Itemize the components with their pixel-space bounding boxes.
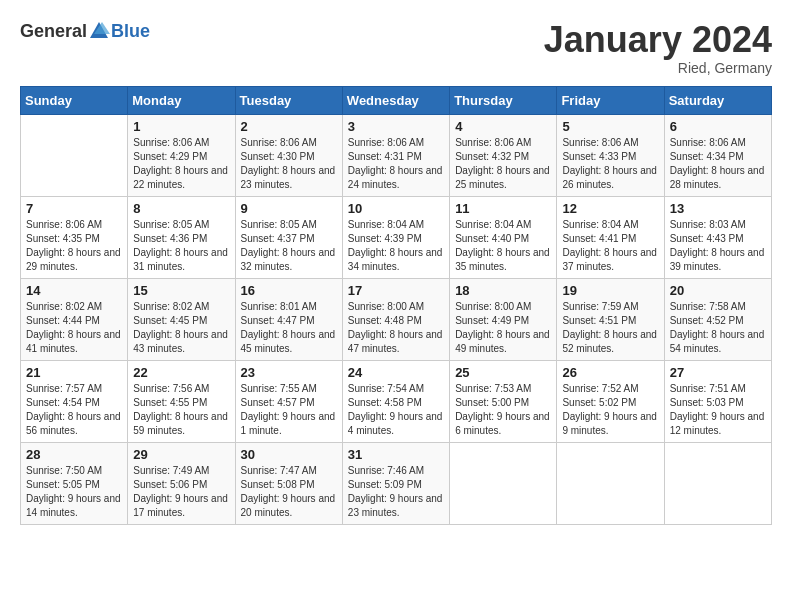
calendar-table: SundayMondayTuesdayWednesdayThursdayFrid…	[20, 86, 772, 525]
logo-blue: Blue	[111, 21, 150, 42]
calendar-cell: 1Sunrise: 8:06 AMSunset: 4:29 PMDaylight…	[128, 114, 235, 196]
day-of-week-header: Sunday	[21, 86, 128, 114]
day-info: Sunrise: 8:03 AMSunset: 4:43 PMDaylight:…	[670, 218, 766, 274]
day-of-week-header: Friday	[557, 86, 664, 114]
day-info: Sunrise: 7:56 AMSunset: 4:55 PMDaylight:…	[133, 382, 229, 438]
calendar-cell: 15Sunrise: 8:02 AMSunset: 4:45 PMDayligh…	[128, 278, 235, 360]
day-number: 22	[133, 365, 229, 380]
day-number: 28	[26, 447, 122, 462]
day-number: 26	[562, 365, 658, 380]
day-number: 2	[241, 119, 337, 134]
day-info: Sunrise: 8:01 AMSunset: 4:47 PMDaylight:…	[241, 300, 337, 356]
day-info: Sunrise: 8:06 AMSunset: 4:34 PMDaylight:…	[670, 136, 766, 192]
day-number: 7	[26, 201, 122, 216]
day-info: Sunrise: 8:04 AMSunset: 4:39 PMDaylight:…	[348, 218, 444, 274]
logo-icon	[88, 20, 110, 42]
day-number: 14	[26, 283, 122, 298]
calendar-header: SundayMondayTuesdayWednesdayThursdayFrid…	[21, 86, 772, 114]
day-info: Sunrise: 7:50 AMSunset: 5:05 PMDaylight:…	[26, 464, 122, 520]
day-info: Sunrise: 7:58 AMSunset: 4:52 PMDaylight:…	[670, 300, 766, 356]
calendar-cell: 13Sunrise: 8:03 AMSunset: 4:43 PMDayligh…	[664, 196, 771, 278]
day-info: Sunrise: 7:46 AMSunset: 5:09 PMDaylight:…	[348, 464, 444, 520]
day-info: Sunrise: 7:52 AMSunset: 5:02 PMDaylight:…	[562, 382, 658, 438]
calendar-cell: 17Sunrise: 8:00 AMSunset: 4:48 PMDayligh…	[342, 278, 449, 360]
day-number: 11	[455, 201, 551, 216]
day-info: Sunrise: 8:05 AMSunset: 4:37 PMDaylight:…	[241, 218, 337, 274]
day-of-week-header: Monday	[128, 86, 235, 114]
day-info: Sunrise: 8:05 AMSunset: 4:36 PMDaylight:…	[133, 218, 229, 274]
logo: General Blue	[20, 20, 150, 42]
day-number: 27	[670, 365, 766, 380]
day-number: 18	[455, 283, 551, 298]
day-of-week-header: Tuesday	[235, 86, 342, 114]
calendar-cell: 6Sunrise: 8:06 AMSunset: 4:34 PMDaylight…	[664, 114, 771, 196]
day-of-week-header: Thursday	[450, 86, 557, 114]
day-number: 3	[348, 119, 444, 134]
day-number: 4	[455, 119, 551, 134]
calendar-cell: 30Sunrise: 7:47 AMSunset: 5:08 PMDayligh…	[235, 442, 342, 524]
day-number: 29	[133, 447, 229, 462]
calendar-cell: 25Sunrise: 7:53 AMSunset: 5:00 PMDayligh…	[450, 360, 557, 442]
calendar-cell	[450, 442, 557, 524]
day-number: 16	[241, 283, 337, 298]
day-info: Sunrise: 8:04 AMSunset: 4:41 PMDaylight:…	[562, 218, 658, 274]
calendar-cell: 9Sunrise: 8:05 AMSunset: 4:37 PMDaylight…	[235, 196, 342, 278]
header-row: SundayMondayTuesdayWednesdayThursdayFrid…	[21, 86, 772, 114]
day-info: Sunrise: 8:02 AMSunset: 4:45 PMDaylight:…	[133, 300, 229, 356]
calendar-week-row: 21Sunrise: 7:57 AMSunset: 4:54 PMDayligh…	[21, 360, 772, 442]
calendar-cell	[557, 442, 664, 524]
day-info: Sunrise: 7:49 AMSunset: 5:06 PMDaylight:…	[133, 464, 229, 520]
page-header: General Blue January 2024 Ried, Germany	[20, 20, 772, 76]
calendar-week-row: 1Sunrise: 8:06 AMSunset: 4:29 PMDaylight…	[21, 114, 772, 196]
calendar-cell: 22Sunrise: 7:56 AMSunset: 4:55 PMDayligh…	[128, 360, 235, 442]
day-number: 9	[241, 201, 337, 216]
day-of-week-header: Wednesday	[342, 86, 449, 114]
calendar-cell: 4Sunrise: 8:06 AMSunset: 4:32 PMDaylight…	[450, 114, 557, 196]
calendar-cell: 7Sunrise: 8:06 AMSunset: 4:35 PMDaylight…	[21, 196, 128, 278]
calendar-week-row: 7Sunrise: 8:06 AMSunset: 4:35 PMDaylight…	[21, 196, 772, 278]
calendar-cell: 24Sunrise: 7:54 AMSunset: 4:58 PMDayligh…	[342, 360, 449, 442]
day-number: 24	[348, 365, 444, 380]
day-info: Sunrise: 8:06 AMSunset: 4:35 PMDaylight:…	[26, 218, 122, 274]
day-info: Sunrise: 8:02 AMSunset: 4:44 PMDaylight:…	[26, 300, 122, 356]
day-number: 31	[348, 447, 444, 462]
calendar-cell: 19Sunrise: 7:59 AMSunset: 4:51 PMDayligh…	[557, 278, 664, 360]
day-number: 15	[133, 283, 229, 298]
day-info: Sunrise: 7:57 AMSunset: 4:54 PMDaylight:…	[26, 382, 122, 438]
day-number: 1	[133, 119, 229, 134]
calendar-cell: 2Sunrise: 8:06 AMSunset: 4:30 PMDaylight…	[235, 114, 342, 196]
day-number: 10	[348, 201, 444, 216]
calendar-week-row: 14Sunrise: 8:02 AMSunset: 4:44 PMDayligh…	[21, 278, 772, 360]
day-info: Sunrise: 8:06 AMSunset: 4:33 PMDaylight:…	[562, 136, 658, 192]
title-area: January 2024 Ried, Germany	[544, 20, 772, 76]
day-info: Sunrise: 7:55 AMSunset: 4:57 PMDaylight:…	[241, 382, 337, 438]
calendar-cell: 10Sunrise: 8:04 AMSunset: 4:39 PMDayligh…	[342, 196, 449, 278]
day-number: 17	[348, 283, 444, 298]
calendar-cell: 8Sunrise: 8:05 AMSunset: 4:36 PMDaylight…	[128, 196, 235, 278]
calendar-cell	[664, 442, 771, 524]
calendar-week-row: 28Sunrise: 7:50 AMSunset: 5:05 PMDayligh…	[21, 442, 772, 524]
day-info: Sunrise: 8:06 AMSunset: 4:32 PMDaylight:…	[455, 136, 551, 192]
day-number: 20	[670, 283, 766, 298]
day-info: Sunrise: 7:47 AMSunset: 5:08 PMDaylight:…	[241, 464, 337, 520]
calendar-cell: 12Sunrise: 8:04 AMSunset: 4:41 PMDayligh…	[557, 196, 664, 278]
day-number: 25	[455, 365, 551, 380]
calendar-cell: 3Sunrise: 8:06 AMSunset: 4:31 PMDaylight…	[342, 114, 449, 196]
calendar-cell: 18Sunrise: 8:00 AMSunset: 4:49 PMDayligh…	[450, 278, 557, 360]
day-info: Sunrise: 7:59 AMSunset: 4:51 PMDaylight:…	[562, 300, 658, 356]
day-info: Sunrise: 8:00 AMSunset: 4:48 PMDaylight:…	[348, 300, 444, 356]
calendar-cell: 27Sunrise: 7:51 AMSunset: 5:03 PMDayligh…	[664, 360, 771, 442]
day-info: Sunrise: 8:06 AMSunset: 4:29 PMDaylight:…	[133, 136, 229, 192]
day-number: 5	[562, 119, 658, 134]
calendar-cell: 29Sunrise: 7:49 AMSunset: 5:06 PMDayligh…	[128, 442, 235, 524]
day-of-week-header: Saturday	[664, 86, 771, 114]
calendar-cell: 16Sunrise: 8:01 AMSunset: 4:47 PMDayligh…	[235, 278, 342, 360]
calendar-cell: 11Sunrise: 8:04 AMSunset: 4:40 PMDayligh…	[450, 196, 557, 278]
calendar-cell: 26Sunrise: 7:52 AMSunset: 5:02 PMDayligh…	[557, 360, 664, 442]
day-number: 6	[670, 119, 766, 134]
day-info: Sunrise: 7:54 AMSunset: 4:58 PMDaylight:…	[348, 382, 444, 438]
calendar-cell: 14Sunrise: 8:02 AMSunset: 4:44 PMDayligh…	[21, 278, 128, 360]
month-title: January 2024	[544, 20, 772, 60]
calendar-cell	[21, 114, 128, 196]
calendar-body: 1Sunrise: 8:06 AMSunset: 4:29 PMDaylight…	[21, 114, 772, 524]
